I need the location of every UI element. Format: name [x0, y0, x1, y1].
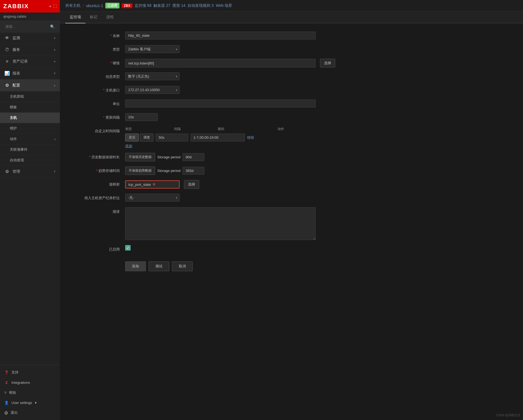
cancel-button[interactable]: 取消 — [172, 261, 193, 271]
tab-monitor-items[interactable]: 监控项 — [65, 11, 85, 23]
breadcrumb-triggers[interactable]: 触发器 27 — [153, 3, 170, 8]
sidebar-item-config[interactable]: ⚙ 配置 ▴ — [0, 79, 60, 91]
reports-icon: 📊 — [4, 71, 10, 76]
submit-add-button[interactable]: 添加 — [125, 261, 146, 271]
sidebar-item-monitor[interactable]: 👁 监测 ▾ — [0, 32, 60, 44]
footer-integrations[interactable]: Z Integrations — [0, 378, 60, 388]
unit-input[interactable] — [125, 100, 316, 107]
name-input[interactable] — [125, 32, 316, 39]
tab-process[interactable]: 进程 — [102, 11, 118, 23]
ci-interval-input[interactable] — [156, 134, 188, 141]
sidebar-item-management[interactable]: ⚙ 管理 ▾ — [0, 166, 60, 178]
sidebar-search-bar: 🔍 — [0, 21, 60, 32]
sidebar-item-label-reports: 报表 — [13, 71, 51, 76]
collapse-icon[interactable]: « — [49, 4, 51, 8]
key-input[interactable] — [125, 59, 316, 67]
services-icon: ⏱ — [4, 47, 10, 52]
footer-logout[interactable]: ⏻ 退出 — [0, 407, 60, 418]
footer-support-label: 支持 — [11, 370, 19, 375]
sidebar-nav: 👁 监测 ▾ ⏱ 服务 ▾ ≡ 资产记录 ▾ 📊 报表 ▾ ⚙ 配置 ▴ 主机群… — [0, 32, 60, 365]
tab-tags[interactable]: 标记 — [85, 11, 102, 23]
update-interval-input[interactable] — [125, 113, 158, 121]
host-interface-select[interactable]: 172.27.13.43:10050 — [125, 86, 180, 94]
sidebar-item-actions[interactable]: 动作 › — [0, 134, 60, 144]
trend-no-keep-button[interactable]: 不保留趋势数据 — [125, 166, 155, 175]
type-select[interactable]: Zabbix 客户端 — [125, 45, 180, 53]
trend-storage-label: Storage period — [157, 169, 180, 173]
unit-label: 单位 — [71, 100, 125, 106]
history-no-keep-button[interactable]: 不保留历史数据 — [125, 153, 155, 161]
fullscreen-icon[interactable]: ⛶ — [53, 4, 57, 8]
history-storage-label: Storage period — [157, 155, 180, 159]
key-label: 键值 — [71, 59, 125, 66]
sidebar-item-correlation[interactable]: 关联项事件 — [0, 144, 60, 155]
action-buttons: 添加 测试 取消 — [125, 261, 193, 271]
history-control: 不保留历史数据 Storage period — [125, 153, 316, 161]
valuemap-tag-container: tcp_port_state ✕ — [125, 180, 180, 189]
breadcrumb-host[interactable]: ubuntu1-1 — [86, 4, 103, 8]
breadcrumb-monitor-items[interactable]: 监控项 68 — [135, 3, 151, 8]
enabled-label: 已启用 — [71, 245, 125, 252]
unit-control — [125, 100, 316, 107]
description-textarea[interactable] — [125, 207, 316, 240]
sidebar-item-label-management: 管理 — [13, 169, 51, 174]
ci-header-period: 期间 — [218, 127, 272, 131]
info-type-control: 数字 (无正负) — [125, 72, 316, 80]
ci-flexible-button[interactable]: 灵活 — [125, 134, 139, 141]
sidebar-item-templates[interactable]: 模板 — [0, 102, 60, 113]
sidebar-item-discovery[interactable]: 自动发现 — [0, 155, 60, 166]
enabled-check-icon[interactable]: ✓ — [125, 245, 131, 251]
reports-arrow: ▾ — [54, 72, 56, 75]
ci-remove-link[interactable]: 移除 — [247, 135, 254, 140]
footer-user-settings[interactable]: 👤 User settings ▾ — [0, 398, 60, 407]
sidebar-item-hosts[interactable]: 主机 — [0, 113, 60, 123]
breadcrumb-discovery-rules[interactable]: 自动发现规则 3 — [187, 3, 214, 8]
sidebar-item-host-groups[interactable]: 主机群组 — [0, 91, 60, 102]
update-interval-control — [125, 113, 316, 121]
key-control: 选择 — [125, 59, 507, 67]
footer-support[interactable]: ❓ 支持 — [0, 367, 60, 378]
valuemap-remove-button[interactable]: ✕ — [152, 182, 156, 187]
watermark: CSDN @清橙洁洁 — [496, 413, 520, 417]
sidebar-item-assets[interactable]: ≡ 资产记录 ▾ — [0, 56, 60, 67]
zabbix-logo: ZABBIX — [3, 3, 29, 10]
history-storage-input[interactable] — [183, 153, 204, 161]
ci-header-action: 动作 — [278, 127, 294, 131]
breadcrumb-graphs[interactable]: 图形 14 — [173, 3, 185, 8]
sidebar-item-reports[interactable]: 📊 报表 ▾ — [0, 67, 60, 79]
add-interval-link[interactable]: 添加 — [125, 144, 132, 149]
ci-schedule-button[interactable]: 调度 — [140, 134, 153, 141]
history-row: 历史数据保留时长 不保留历史数据 Storage period — [71, 153, 507, 162]
info-type-select[interactable]: 数字 (无正负) — [125, 72, 180, 80]
footer-help[interactable]: ? 帮助 — [0, 388, 60, 398]
key-select-button[interactable]: 选择 — [320, 59, 335, 67]
custom-intervals-label: 自定义时间间隔 — [71, 127, 125, 134]
sidebar-item-label-services: 服务 — [13, 47, 51, 52]
breadcrumb-web[interactable]: Web 场景 — [216, 3, 232, 8]
fill-inventory-control: -无- — [125, 194, 316, 202]
trend-storage-input[interactable] — [183, 167, 204, 175]
sidebar-username: qingtong-zabbix — [0, 13, 60, 21]
ci-type-buttons: 灵活 调度 — [125, 134, 153, 141]
test-button[interactable]: 测试 — [149, 261, 169, 271]
name-row: 名称 — [71, 32, 507, 41]
sidebar-item-maintenance[interactable]: 维护 — [0, 123, 60, 134]
valuemap-row: 值映射 tcp_port_state ✕ 选择 — [71, 180, 507, 189]
ci-period-input[interactable] — [190, 134, 245, 141]
enabled-row: 已启用 ✓ — [71, 245, 507, 254]
fill-inventory-select[interactable]: -无- — [125, 194, 180, 202]
sidebar-header-icons: « ⛶ — [49, 4, 57, 8]
sidebar-item-services[interactable]: ⏱ 服务 ▾ — [0, 44, 60, 56]
host-interface-label: 主机接口 — [71, 86, 125, 93]
type-row: 类型 Zabbix 客户端 — [71, 45, 507, 54]
config-arrow: ▴ — [54, 84, 56, 87]
search-input[interactable] — [3, 23, 57, 30]
name-label: 名称 — [71, 32, 125, 38]
trend-label: 趋势存储时间 — [71, 166, 125, 173]
fill-inventory-row: 填入主机资产纪录栏位 -无- — [71, 194, 507, 203]
breadcrumb-all-hosts[interactable]: 所有主机 — [65, 3, 81, 8]
valuemap-select-button[interactable]: 选择 — [184, 180, 199, 189]
user-icon: 👤 — [4, 401, 9, 405]
form-area: 名称 类型 Zabbix 客户端 键值 选择 — [60, 23, 523, 420]
integrations-icon: Z — [4, 380, 9, 385]
